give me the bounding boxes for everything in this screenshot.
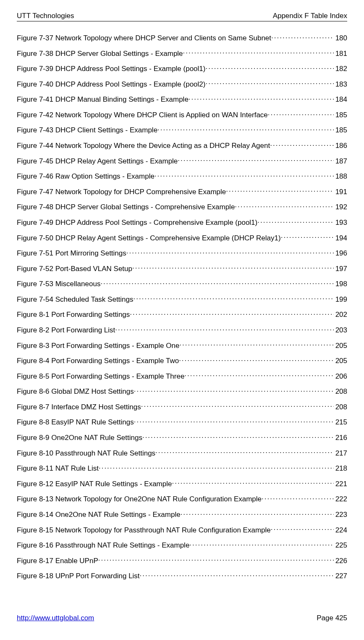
toc-entry: Figure 8-10 Passthrough NAT Rule Setting… — [17, 448, 347, 458]
toc-entry-page: 221 — [334, 480, 347, 488]
toc-entries: Figure 7-37 Network Topology where DHCP … — [17, 33, 347, 581]
toc-entry-label: Figure 8-15 Network Topology for Passthr… — [17, 526, 271, 535]
toc-entry: Figure 7-53 Miscellaneous 198 — [17, 279, 347, 288]
toc-entry-leader — [140, 571, 334, 578]
toc-entry-leader — [205, 79, 333, 87]
toc-entry: Figure 8-2 Port Forwarding List 203 — [17, 325, 347, 334]
toc-entry-page: 185 — [334, 111, 347, 119]
toc-entry-label: Figure 8-11 NAT Rule List — [17, 464, 99, 473]
toc-entry-page: 180 — [334, 34, 347, 42]
footer-page-number: Page 425 — [317, 614, 347, 622]
toc-entry-leader — [189, 540, 333, 548]
toc-entry-label: Figure 8-14 One2One NAT Rule Settings - … — [17, 511, 181, 519]
toc-entry-label: Figure 7-54 Scheduled Task Settings — [17, 295, 134, 304]
document-page: UTT Technologies Appendix F Table Index … — [0, 0, 364, 640]
toc-entry-label: Figure 8-5 Port Forwarding Settings - Ex… — [17, 372, 184, 381]
header-right: Appendix F Table Index — [273, 12, 347, 20]
toc-entry-page: 206 — [334, 372, 347, 381]
toc-entry-leader — [257, 218, 333, 225]
toc-entry-page: 183 — [334, 80, 347, 89]
toc-entry: Figure 8-3 Port Forwarding Settings - Ex… — [17, 341, 347, 350]
toc-entry: Figure 7-52 Port-Based VLAN Setup 197 — [17, 264, 347, 273]
toc-entry-label: Figure 7-38 DHCP Server Global Settings … — [17, 50, 183, 58]
toc-entry-page: 208 — [334, 387, 347, 396]
toc-entry-page: 192 — [334, 203, 347, 211]
header-left: UTT Technologies — [17, 12, 74, 20]
toc-entry-leader — [271, 33, 334, 40]
toc-entry: Figure 8-4 Port Forwarding Settings - Ex… — [17, 356, 347, 365]
toc-entry-label: Figure 7-52 Port-Based VLAN Setup — [17, 265, 132, 273]
toc-entry: Figure 8-16 Passthrough NAT Rule Setting… — [17, 540, 347, 550]
toc-entry-leader — [189, 95, 334, 102]
toc-entry: Figure 8-13 Network Topology for One2One… — [17, 494, 347, 503]
page-header: UTT Technologies Appendix F Table Index — [17, 12, 347, 21]
toc-entry-leader — [235, 202, 333, 209]
toc-entry-label: Figure 8-7 Interface DMZ Host Settings — [17, 403, 141, 411]
toc-entry: Figure 8-17 Enable UPnP226 — [17, 556, 347, 565]
toc-entry-label: Figure 8-8 EasyIP NAT Rule Settings — [17, 418, 134, 427]
toc-entry-label: Figure 7-50 DHCP Relay Agent Settings - … — [17, 234, 281, 242]
toc-entry-page: 208 — [334, 403, 347, 411]
toc-entry-leader — [98, 556, 334, 563]
toc-entry-leader — [142, 433, 334, 440]
toc-entry: Figure 8-11 NAT Rule List218 — [17, 464, 347, 473]
toc-entry-label: Figure 7-49 DHCP Address Pool Settings -… — [17, 219, 257, 227]
toc-entry: Figure 7-46 Raw Option Settings - Exampl… — [17, 171, 347, 181]
toc-entry-leader — [183, 49, 334, 56]
toc-entry-page: 218 — [334, 464, 347, 473]
toc-entry: Figure 7-45 DHCP Relay Agent Settings - … — [17, 156, 347, 166]
toc-entry-leader — [205, 64, 333, 71]
toc-entry-label: Figure 8-3 Port Forwarding Settings - Ex… — [17, 342, 179, 350]
toc-entry-label: Figure 8-17 Enable UPnP — [17, 557, 98, 565]
toc-entry: Figure 7-48 DHCP Server Global Settings … — [17, 202, 347, 211]
toc-entry-leader — [271, 525, 334, 532]
toc-entry-label: Figure 8-13 Network Topology for One2One… — [17, 495, 262, 503]
toc-entry-label: Figure 8-9 One2One NAT Rule Settings — [17, 434, 142, 442]
toc-entry-page: 217 — [334, 449, 347, 458]
toc-entry-label: Figure 7-41 DHCP Manual Binding Settings… — [17, 95, 189, 104]
toc-entry-leader — [130, 310, 333, 317]
toc-entry-page: 205 — [334, 357, 347, 365]
toc-entry-label: Figure 8-6 Global DMZ Host Settings — [17, 387, 134, 396]
toc-entry-page: 225 — [334, 541, 347, 550]
toc-entry-leader — [157, 125, 334, 132]
toc-entry-page: 191 — [334, 188, 347, 196]
toc-entry-page: 203 — [334, 326, 347, 334]
toc-entry-page: 193 — [334, 219, 347, 227]
toc-entry-label: Figure 8-10 Passthrough NAT Rule Setting… — [17, 449, 155, 458]
toc-entry-label: Figure 7-40 DHCP Address Pool Settings -… — [17, 80, 205, 89]
toc-entry: Figure 8-8 EasyIP NAT Rule Settings215 — [17, 417, 347, 427]
toc-entry-leader — [281, 233, 334, 240]
toc-entry-leader — [262, 494, 334, 501]
toc-entry-leader — [179, 356, 333, 363]
toc-entry-label: Figure 7-39 DHCP Address Pool Settings -… — [17, 65, 205, 73]
toc-entry-page: 187 — [334, 157, 347, 166]
toc-entry: Figure 7-37 Network Topology where DHCP … — [17, 33, 347, 42]
toc-entry-page: 215 — [334, 418, 347, 427]
toc-entry: Figure 7-51 Port Mirroring Settings 196 — [17, 248, 347, 258]
toc-entry-leader — [134, 417, 334, 424]
toc-entry-page: 182 — [334, 65, 347, 73]
toc-entry-page: 184 — [334, 95, 347, 104]
toc-entry-leader — [100, 279, 333, 286]
toc-entry-leader — [270, 141, 333, 148]
toc-entry-label: Figure 7-51 Port Mirroring Settings — [17, 249, 126, 258]
toc-entry-page: 196 — [334, 249, 347, 258]
toc-entry-page: 188 — [334, 172, 347, 181]
toc-entry-page: 224 — [334, 526, 347, 535]
toc-entry: Figure 7-38 DHCP Server Global Settings … — [17, 49, 347, 58]
toc-entry-label: Figure 7-46 Raw Option Settings - Exampl… — [17, 172, 155, 181]
toc-entry-leader — [155, 171, 334, 179]
footer-link[interactable]: http://www.uttglobal.com — [17, 614, 94, 622]
toc-entry-leader — [132, 264, 334, 271]
toc-entry: Figure 7-49 DHCP Address Pool Settings -… — [17, 218, 347, 227]
toc-entry-page: 198 — [334, 280, 347, 288]
toc-entry: Figure 7-47 Network Topology for DHCP Co… — [17, 187, 347, 196]
toc-entry-label: Figure 8-4 Port Forwarding Settings - Ex… — [17, 357, 179, 365]
toc-entry-label: Figure 7-37 Network Topology where DHCP … — [17, 34, 271, 42]
toc-entry-page: 186 — [334, 142, 347, 150]
toc-entry: Figure 7-42 Network Topology Where DHCP … — [17, 110, 347, 119]
toc-entry-leader — [99, 464, 334, 471]
toc-entry-label: Figure 7-43 DHCP Client Settings - Examp… — [17, 126, 157, 134]
toc-entry-leader — [226, 187, 333, 194]
